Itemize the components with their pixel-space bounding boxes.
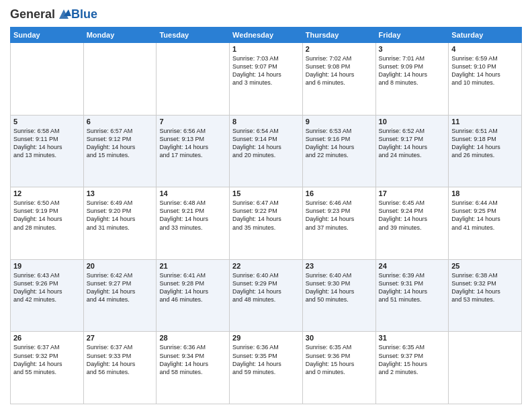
calendar-week-row: 5Sunrise: 6:58 AM Sunset: 9:11 PM Daylig… (11, 115, 522, 187)
day-number: 4 (451, 45, 519, 53)
calendar-cell (11, 43, 84, 116)
calendar-cell: 23Sunrise: 6:40 AM Sunset: 9:30 PM Dayli… (302, 259, 375, 332)
calendar-cell: 29Sunrise: 6:36 AM Sunset: 9:35 PM Dayli… (230, 332, 303, 404)
calendar-week-row: 19Sunrise: 6:43 AM Sunset: 9:26 PM Dayli… (11, 259, 522, 332)
day-number: 14 (159, 189, 226, 197)
calendar-cell: 8Sunrise: 6:54 AM Sunset: 9:14 PM Daylig… (230, 115, 303, 187)
calendar-cell: 11Sunrise: 6:51 AM Sunset: 9:18 PM Dayli… (449, 115, 522, 187)
weekday-header-monday: Monday (83, 28, 157, 43)
calendar-table: SundayMondayTuesdayWednesdayThursdayFrid… (10, 27, 522, 404)
calendar-cell: 28Sunrise: 6:36 AM Sunset: 9:34 PM Dayli… (157, 332, 230, 404)
day-number: 22 (232, 262, 300, 270)
day-number: 12 (13, 189, 81, 197)
cell-text: Sunrise: 6:45 AM Sunset: 9:24 PM Dayligh… (379, 199, 446, 232)
logo-blue-text: Blue (71, 7, 97, 21)
cell-text: Sunrise: 6:42 AM Sunset: 9:27 PM Dayligh… (87, 271, 154, 304)
calendar-cell: 25Sunrise: 6:38 AM Sunset: 9:32 PM Dayli… (449, 259, 522, 332)
cell-text: Sunrise: 6:54 AM Sunset: 9:14 PM Dayligh… (232, 127, 300, 160)
weekday-header-tuesday: Tuesday (157, 28, 230, 43)
cell-text: Sunrise: 6:37 AM Sunset: 9:33 PM Dayligh… (87, 343, 154, 376)
day-number: 2 (306, 45, 373, 53)
cell-text: Sunrise: 6:41 AM Sunset: 9:28 PM Dayligh… (159, 271, 226, 304)
day-number: 15 (232, 189, 300, 197)
day-number: 3 (379, 45, 446, 53)
calendar-cell: 10Sunrise: 6:52 AM Sunset: 9:17 PM Dayli… (375, 115, 449, 187)
cell-text: Sunrise: 6:52 AM Sunset: 9:17 PM Dayligh… (379, 127, 446, 160)
page: General Blue SundayMondayTuesdayWednesda… (0, 0, 532, 411)
day-number: 24 (379, 262, 446, 270)
day-number: 20 (87, 262, 154, 270)
calendar-cell: 21Sunrise: 6:41 AM Sunset: 9:28 PM Dayli… (157, 259, 230, 332)
logo: General Blue (10, 7, 97, 21)
calendar-cell: 16Sunrise: 6:46 AM Sunset: 9:23 PM Dayli… (302, 187, 375, 260)
cell-text: Sunrise: 6:48 AM Sunset: 9:21 PM Dayligh… (159, 199, 226, 232)
cell-text: Sunrise: 6:40 AM Sunset: 9:30 PM Dayligh… (306, 271, 373, 304)
calendar-cell: 14Sunrise: 6:48 AM Sunset: 9:21 PM Dayli… (157, 187, 230, 260)
cell-text: Sunrise: 6:53 AM Sunset: 9:16 PM Dayligh… (306, 127, 373, 160)
day-number: 9 (306, 118, 373, 126)
header: General Blue (10, 7, 522, 21)
cell-text: Sunrise: 6:51 AM Sunset: 9:18 PM Dayligh… (451, 127, 519, 160)
day-number: 19 (13, 262, 81, 270)
weekday-header-thursday: Thursday (302, 28, 375, 43)
calendar-cell (157, 43, 230, 116)
day-number: 21 (159, 262, 226, 270)
cell-text: Sunrise: 7:03 AM Sunset: 9:07 PM Dayligh… (232, 54, 300, 87)
calendar-cell: 27Sunrise: 6:37 AM Sunset: 9:33 PM Dayli… (83, 332, 157, 404)
day-number: 25 (451, 262, 519, 270)
day-number: 1 (232, 45, 300, 53)
day-number: 5 (13, 118, 81, 126)
cell-text: Sunrise: 6:36 AM Sunset: 9:35 PM Dayligh… (232, 343, 300, 376)
weekday-header-sunday: Sunday (11, 28, 84, 43)
cell-text: Sunrise: 6:56 AM Sunset: 9:13 PM Dayligh… (159, 127, 226, 160)
cell-text: Sunrise: 6:35 AM Sunset: 9:37 PM Dayligh… (379, 343, 446, 376)
calendar-cell: 9Sunrise: 6:53 AM Sunset: 9:16 PM Daylig… (302, 115, 375, 187)
calendar-cell: 3Sunrise: 7:01 AM Sunset: 9:09 PM Daylig… (375, 43, 449, 116)
calendar-cell: 4Sunrise: 6:59 AM Sunset: 9:10 PM Daylig… (449, 43, 522, 116)
cell-text: Sunrise: 7:01 AM Sunset: 9:09 PM Dayligh… (379, 54, 446, 87)
day-number: 10 (379, 118, 446, 126)
calendar-week-row: 12Sunrise: 6:50 AM Sunset: 9:19 PM Dayli… (11, 187, 522, 260)
calendar-cell: 17Sunrise: 6:45 AM Sunset: 9:24 PM Dayli… (375, 187, 449, 260)
logo-icon (56, 7, 71, 21)
calendar-cell: 1Sunrise: 7:03 AM Sunset: 9:07 PM Daylig… (230, 43, 303, 116)
cell-text: Sunrise: 6:43 AM Sunset: 9:26 PM Dayligh… (13, 271, 81, 304)
calendar-cell: 12Sunrise: 6:50 AM Sunset: 9:19 PM Dayli… (11, 187, 84, 260)
calendar-cell: 22Sunrise: 6:40 AM Sunset: 9:29 PM Dayli… (230, 259, 303, 332)
day-number: 23 (306, 262, 373, 270)
day-number: 17 (379, 189, 446, 197)
cell-text: Sunrise: 6:37 AM Sunset: 9:32 PM Dayligh… (13, 343, 81, 376)
day-number: 31 (379, 334, 446, 342)
calendar-week-row: 1Sunrise: 7:03 AM Sunset: 9:07 PM Daylig… (11, 43, 522, 116)
weekday-header-saturday: Saturday (449, 28, 522, 43)
day-number: 30 (306, 334, 373, 342)
day-number: 16 (306, 189, 373, 197)
calendar-cell (83, 43, 157, 116)
calendar-header-row: SundayMondayTuesdayWednesdayThursdayFrid… (11, 28, 522, 43)
calendar-cell: 18Sunrise: 6:44 AM Sunset: 9:25 PM Dayli… (449, 187, 522, 260)
calendar-cell: 15Sunrise: 6:47 AM Sunset: 9:22 PM Dayli… (230, 187, 303, 260)
calendar-cell: 6Sunrise: 6:57 AM Sunset: 9:12 PM Daylig… (83, 115, 157, 187)
cell-text: Sunrise: 6:59 AM Sunset: 9:10 PM Dayligh… (451, 54, 519, 87)
cell-text: Sunrise: 6:47 AM Sunset: 9:22 PM Dayligh… (232, 199, 300, 232)
cell-text: Sunrise: 6:50 AM Sunset: 9:19 PM Dayligh… (13, 199, 81, 232)
weekday-header-friday: Friday (375, 28, 449, 43)
cell-text: Sunrise: 6:58 AM Sunset: 9:11 PM Dayligh… (13, 127, 81, 160)
calendar-cell: 5Sunrise: 6:58 AM Sunset: 9:11 PM Daylig… (11, 115, 84, 187)
cell-text: Sunrise: 6:46 AM Sunset: 9:23 PM Dayligh… (306, 199, 373, 232)
cell-text: Sunrise: 6:35 AM Sunset: 9:36 PM Dayligh… (306, 343, 373, 376)
cell-text: Sunrise: 6:38 AM Sunset: 9:32 PM Dayligh… (451, 271, 519, 304)
cell-text: Sunrise: 6:57 AM Sunset: 9:12 PM Dayligh… (87, 127, 154, 160)
weekday-header-wednesday: Wednesday (230, 28, 303, 43)
day-number: 6 (87, 118, 154, 126)
day-number: 26 (13, 334, 81, 342)
calendar-cell: 20Sunrise: 6:42 AM Sunset: 9:27 PM Dayli… (83, 259, 157, 332)
logo-general-text: General (10, 7, 55, 21)
day-number: 8 (232, 118, 300, 126)
day-number: 11 (451, 118, 519, 126)
calendar-cell: 19Sunrise: 6:43 AM Sunset: 9:26 PM Dayli… (11, 259, 84, 332)
calendar-cell: 2Sunrise: 7:02 AM Sunset: 9:08 PM Daylig… (302, 43, 375, 116)
cell-text: Sunrise: 6:49 AM Sunset: 9:20 PM Dayligh… (87, 199, 154, 232)
calendar-cell (449, 332, 522, 404)
cell-text: Sunrise: 6:40 AM Sunset: 9:29 PM Dayligh… (232, 271, 300, 304)
